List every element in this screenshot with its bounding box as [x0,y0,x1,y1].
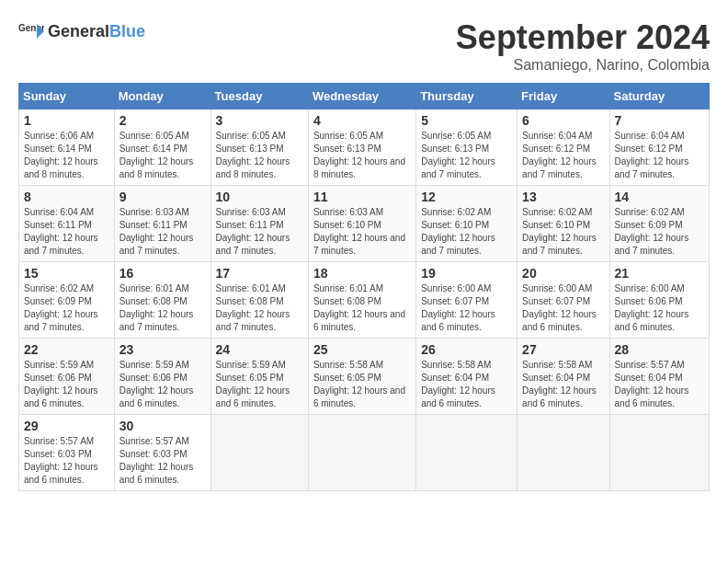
day-cell: 9Sunrise: 6:03 AMSunset: 6:11 PMDaylight… [114,186,210,262]
day-cell: 8Sunrise: 6:04 AMSunset: 6:11 PMDaylight… [19,186,115,262]
column-header-saturday: Saturday [609,84,709,109]
day-info: Sunrise: 6:04 AMSunset: 6:12 PMDaylight:… [615,130,704,181]
day-cell: 7Sunrise: 6:04 AMSunset: 6:12 PMDaylight… [609,109,709,186]
week-row-2: 8Sunrise: 6:04 AMSunset: 6:11 PMDaylight… [19,186,710,262]
logo-icon: General [18,18,44,44]
day-cell: 29Sunrise: 5:57 AMSunset: 6:03 PMDayligh… [19,415,115,491]
day-info: Sunrise: 6:04 AMSunset: 6:12 PMDaylight:… [522,130,604,181]
day-number: 22 [24,342,109,357]
day-number: 5 [421,113,512,128]
day-cell [609,415,709,491]
day-cell: 23Sunrise: 5:59 AMSunset: 6:06 PMDayligh… [114,339,210,415]
day-info: Sunrise: 6:02 AMSunset: 6:10 PMDaylight:… [522,206,604,258]
day-info: Sunrise: 6:03 AMSunset: 6:11 PMDaylight:… [119,206,206,258]
day-info: Sunrise: 6:00 AMSunset: 6:07 PMDaylight:… [522,282,604,334]
day-cell: 18Sunrise: 6:01 AMSunset: 6:08 PMDayligh… [308,262,415,339]
week-row-5: 29Sunrise: 5:57 AMSunset: 6:03 PMDayligh… [19,415,710,491]
day-cell [518,415,609,491]
day-number: 25 [313,342,411,357]
day-info: Sunrise: 5:59 AMSunset: 6:06 PMDaylight:… [24,359,109,410]
column-header-wednesday: Wednesday [308,84,415,109]
day-number: 13 [522,190,604,204]
day-number: 8 [24,190,109,204]
column-header-tuesday: Tuesday [210,84,308,109]
day-number: 28 [615,342,704,357]
column-header-thursday: Thursday [416,84,518,109]
day-number: 12 [421,190,512,204]
main-title: September 2024 [456,18,710,57]
day-info: Sunrise: 5:58 AMSunset: 6:04 PMDaylight:… [522,359,604,410]
day-number: 2 [119,113,206,128]
day-number: 3 [216,113,303,128]
day-cell: 6Sunrise: 6:04 AMSunset: 6:12 PMDaylight… [518,109,609,186]
day-cell: 24Sunrise: 5:59 AMSunset: 6:05 PMDayligh… [210,339,308,415]
day-number: 16 [119,266,206,281]
day-number: 29 [24,419,109,433]
day-cell: 26Sunrise: 5:58 AMSunset: 6:04 PMDayligh… [416,339,518,415]
day-number: 10 [216,190,303,204]
day-number: 19 [421,266,512,281]
day-info: Sunrise: 6:02 AMSunset: 6:09 PMDaylight:… [615,206,704,258]
logo-general: General [48,22,109,40]
day-number: 24 [216,342,303,357]
day-cell [210,415,308,491]
day-cell [308,415,415,491]
day-info: Sunrise: 6:05 AMSunset: 6:13 PMDaylight:… [421,130,512,181]
day-number: 30 [119,419,206,433]
calendar-table: SundayMondayTuesdayWednesdayThursdayFrid… [18,83,710,491]
day-number: 27 [522,342,604,357]
header: General GeneralBlue September 2024 Saman… [18,18,710,74]
column-header-friday: Friday [518,84,609,109]
day-cell: 15Sunrise: 6:02 AMSunset: 6:09 PMDayligh… [19,262,115,339]
day-number: 23 [119,342,206,357]
day-info: Sunrise: 6:03 AMSunset: 6:11 PMDaylight:… [216,206,303,258]
day-info: Sunrise: 5:58 AMSunset: 6:05 PMDaylight:… [313,359,411,410]
day-info: Sunrise: 5:59 AMSunset: 6:05 PMDaylight:… [216,359,303,410]
day-info: Sunrise: 6:05 AMSunset: 6:14 PMDaylight:… [119,130,206,181]
day-cell: 11Sunrise: 6:03 AMSunset: 6:10 PMDayligh… [308,186,415,262]
day-info: Sunrise: 6:01 AMSunset: 6:08 PMDaylight:… [313,282,411,334]
column-header-monday: Monday [114,84,210,109]
day-cell: 2Sunrise: 6:05 AMSunset: 6:14 PMDaylight… [114,109,210,186]
day-cell: 22Sunrise: 5:59 AMSunset: 6:06 PMDayligh… [19,339,115,415]
day-info: Sunrise: 6:00 AMSunset: 6:07 PMDaylight:… [421,282,512,334]
day-cell: 30Sunrise: 5:57 AMSunset: 6:03 PMDayligh… [114,415,210,491]
day-cell: 25Sunrise: 5:58 AMSunset: 6:05 PMDayligh… [308,339,415,415]
day-cell: 4Sunrise: 6:05 AMSunset: 6:13 PMDaylight… [308,109,415,186]
day-info: Sunrise: 5:57 AMSunset: 6:04 PMDaylight:… [615,359,704,410]
day-cell: 27Sunrise: 5:58 AMSunset: 6:04 PMDayligh… [518,339,609,415]
header-row: SundayMondayTuesdayWednesdayThursdayFrid… [19,84,710,109]
day-number: 7 [615,113,704,128]
title-area: September 2024 Samaniego, Narino, Colomb… [456,18,710,74]
day-info: Sunrise: 6:04 AMSunset: 6:11 PMDaylight:… [24,206,109,258]
day-number: 20 [522,266,604,281]
day-cell: 28Sunrise: 5:57 AMSunset: 6:04 PMDayligh… [609,339,709,415]
day-number: 4 [313,113,411,128]
day-cell: 20Sunrise: 6:00 AMSunset: 6:07 PMDayligh… [518,262,609,339]
subtitle: Samaniego, Narino, Colombia [456,57,710,74]
day-info: Sunrise: 6:01 AMSunset: 6:08 PMDaylight:… [119,282,206,334]
day-cell: 13Sunrise: 6:02 AMSunset: 6:10 PMDayligh… [518,186,609,262]
day-cell: 1Sunrise: 6:06 AMSunset: 6:14 PMDaylight… [19,109,115,186]
week-row-1: 1Sunrise: 6:06 AMSunset: 6:14 PMDaylight… [19,109,710,186]
day-number: 14 [615,190,704,204]
day-number: 15 [24,266,109,281]
day-cell: 10Sunrise: 6:03 AMSunset: 6:11 PMDayligh… [210,186,308,262]
day-number: 18 [313,266,411,281]
day-cell: 17Sunrise: 6:01 AMSunset: 6:08 PMDayligh… [210,262,308,339]
day-info: Sunrise: 5:59 AMSunset: 6:06 PMDaylight:… [119,359,206,410]
day-number: 26 [421,342,512,357]
day-info: Sunrise: 6:03 AMSunset: 6:10 PMDaylight:… [313,206,411,258]
day-cell: 5Sunrise: 6:05 AMSunset: 6:13 PMDaylight… [416,109,518,186]
day-number: 17 [216,266,303,281]
day-number: 9 [119,190,206,204]
week-row-3: 15Sunrise: 6:02 AMSunset: 6:09 PMDayligh… [19,262,710,339]
day-info: Sunrise: 5:57 AMSunset: 6:03 PMDaylight:… [24,435,109,487]
day-info: Sunrise: 5:58 AMSunset: 6:04 PMDaylight:… [421,359,512,410]
day-info: Sunrise: 6:06 AMSunset: 6:14 PMDaylight:… [24,130,109,181]
day-cell: 19Sunrise: 6:00 AMSunset: 6:07 PMDayligh… [416,262,518,339]
logo-blue: Blue [109,22,145,40]
day-info: Sunrise: 6:00 AMSunset: 6:06 PMDaylight:… [615,282,704,334]
week-row-4: 22Sunrise: 5:59 AMSunset: 6:06 PMDayligh… [19,339,710,415]
day-info: Sunrise: 6:05 AMSunset: 6:13 PMDaylight:… [313,130,411,181]
